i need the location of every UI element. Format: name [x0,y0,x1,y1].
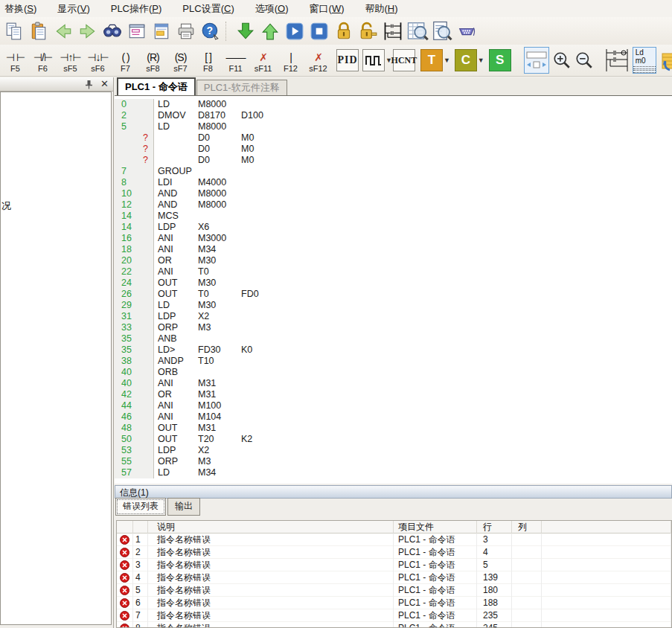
code-line[interactable]: 42 OR M31 [115,389,672,400]
output-window-icon[interactable] [149,19,173,43]
ladder-tool-button[interactable]: [ ] F8 [194,46,222,74]
upload-from-plc-icon[interactable] [257,19,282,43]
pin-icon[interactable] [85,80,93,89]
menu-item[interactable]: 替换(S) [0,0,41,18]
code-line[interactable]: 24 OUT M30 [115,278,672,289]
code-line[interactable]: 33 ORP M3 [115,322,672,333]
ladder-tool-button[interactable]: —— F11 [222,46,249,74]
serial-port-icon[interactable] [454,19,479,43]
code-line[interactable]: 29 LD M30 [115,300,672,311]
code-line[interactable]: 7 GROUP [115,166,672,177]
code-line[interactable]: 38 ANDP T10 [115,356,672,367]
code-line[interactable]: 14 MCS [115,211,672,222]
code-line[interactable]: ? D0 M0 [115,132,672,144]
code-line[interactable]: 57 LD M34 [115,467,672,478]
error-row[interactable]: 2 指令名称错误 PLC1 - 命令语 4 [117,546,671,559]
counter-dropdown-arrow-icon[interactable]: ▼ [478,49,484,71]
code-line[interactable]: 35 LD> FD30 K0 [115,345,672,356]
ladder-tool-button[interactable]: ✗ sF11 [249,46,277,74]
tree-item-fragment[interactable]: 况 [1,199,11,213]
menu-item[interactable]: 选项(O) [251,0,293,18]
table-monitor-icon[interactable] [405,19,429,43]
error-row[interactable]: 3 指令名称错误 PLC1 - 命令语 5 [117,559,671,571]
unlock-icon[interactable] [356,19,380,43]
code-line[interactable]: 8 LDI M4000 [115,177,672,188]
hcnt-button[interactable]: HCNT [393,49,415,71]
find-replace-icon[interactable] [124,19,149,43]
convert-view-button[interactable] [659,47,672,74]
close-panel-icon[interactable]: ✕ [100,80,109,88]
ladder-tool-button[interactable]: ⊣↓⊢ sF6 [84,46,112,74]
print-icon[interactable] [173,19,198,43]
nav-overview-button[interactable] [524,47,549,74]
error-row[interactable]: 7 指令名称错误 PLC1 - 命令语 235 [117,609,671,622]
counter-button[interactable]: C [455,49,477,71]
menu-item[interactable]: PLC设置(C) [178,0,238,18]
code-line[interactable]: 44 ANI M100 [115,400,672,411]
forward-icon[interactable] [75,19,100,43]
instruction-list-editor[interactable]: 0 LD M8000 2 DMOV D8170 D100 [115,97,672,481]
header-line[interactable]: 行 [477,521,512,534]
ladder-tool-button[interactable]: (S) sF7 [167,46,194,74]
code-line[interactable]: 20 OR M30 [115,255,672,266]
code-line[interactable]: 55 ORP M3 [115,456,672,467]
menu-item[interactable]: 显示(V) [53,0,94,18]
code-line[interactable]: 35 ANB [115,333,672,345]
editor-tab[interactable]: PLC1 - 命令语 [117,77,196,95]
find-icon[interactable] [100,19,124,43]
code-line[interactable]: 53 LDP X2 [115,445,672,456]
paste-icon[interactable] [26,19,51,43]
ladder-tool-button[interactable]: ✗ sF12 [304,46,332,74]
code-line[interactable]: 40 ORB [115,367,672,378]
menu-item[interactable]: 窗口(W) [305,0,349,18]
error-row[interactable]: 6 指令名称错误 PLC1 - 命令语 188 [117,597,671,609]
pid-button[interactable]: PID [336,49,359,71]
ladder-tool-button[interactable]: ( ) F7 [112,46,139,74]
ladder-tool-button[interactable]: | F12 [277,46,304,74]
copy-icon[interactable] [1,19,26,43]
info-tab[interactable]: 输出 [167,498,200,516]
ladder-view-button[interactable] [604,47,630,74]
ladder-tool-button[interactable]: ⊣↑⊢ sF5 [57,46,84,74]
editor-tab[interactable]: PLC1-软元件注释 [196,80,287,95]
code-line[interactable]: 40 ANI M31 [115,378,672,389]
code-line[interactable]: 18 ANI M34 [115,244,672,255]
header-description[interactable]: 说明 [148,521,394,534]
timer-button[interactable]: T [420,49,443,71]
header-project-file[interactable]: 项目文件 [394,521,477,534]
ladder-tool-button[interactable]: ⊣/⊢ F6 [29,46,57,74]
state-button[interactable]: S [489,49,511,71]
menu-item[interactable]: PLC操作(P) [106,0,167,18]
ladder-tool-button[interactable]: ⊣ ⊢ F5 [1,46,29,74]
code-line[interactable]: 22 ANI T0 [115,266,672,278]
header-column[interactable]: 列 [512,521,542,534]
code-line[interactable]: 12 AND M8000 [115,199,672,211]
code-line[interactable]: ? D0 M0 [115,144,672,155]
code-line[interactable]: 14 LDP X6 [115,222,672,233]
panel-body[interactable]: 况 [0,92,112,625]
menu-item[interactable]: 帮助(H) [361,0,403,18]
code-line[interactable]: 50 OUT T20 K2 [115,434,672,445]
error-row[interactable]: 8 指令名称错误 PLC1 - 命令语 245 [117,622,671,628]
error-row[interactable]: 1 指令名称错误 PLC1 - 命令语 3 [117,534,671,546]
error-row[interactable]: 5 指令名称错误 PLC1 - 命令语 180 [117,584,671,597]
download-to-plc-icon[interactable] [233,19,257,43]
code-line[interactable]: 31 LDP X2 [115,311,672,322]
instruction-list-view-button[interactable]: Ld m0 [633,47,656,74]
lock-icon[interactable] [331,19,356,43]
code-line[interactable]: ? D0 M0 [115,155,672,166]
code-line[interactable]: 10 AND M8000 [115,188,672,199]
run-plc-icon[interactable] [282,19,307,43]
code-line[interactable]: 26 OUT T0 FD0 [115,289,672,300]
code-line[interactable]: 0 LD M8000 [115,99,672,110]
code-line[interactable]: 46 ANI M104 [115,411,672,423]
back-icon[interactable] [51,19,75,43]
code-line[interactable]: 2 DMOV D8170 D100 [115,110,672,121]
pulse-output-button[interactable] [362,49,385,71]
code-line[interactable]: 16 ANI M3000 [115,233,672,244]
data-monitor-icon[interactable] [429,19,454,43]
help-icon[interactable]: ? [198,19,223,43]
timer-dropdown-arrow-icon[interactable]: ▼ [444,49,450,71]
error-row[interactable]: 4 指令名称错误 PLC1 - 命令语 139 [117,571,671,584]
stop-plc-icon[interactable] [307,19,331,43]
